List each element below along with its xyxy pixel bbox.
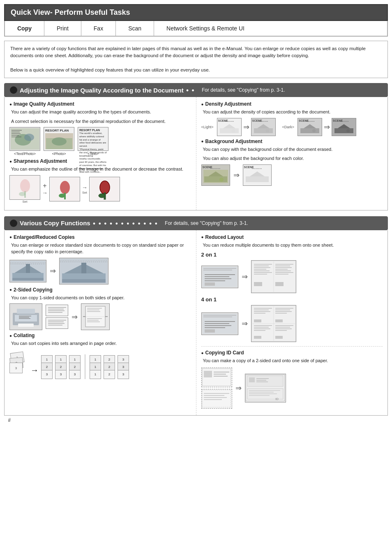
collating-section: Collating You can sort copies into sets …: [9, 333, 191, 379]
svg-rect-116: [205, 323, 229, 324]
section1-title: Adjusting the Image Quality According to…: [20, 87, 184, 94]
collating-diagram: 1 2 3 → 1 2 3: [9, 350, 191, 379]
page-number: ii: [4, 416, 388, 425]
svg-rect-141: [275, 330, 287, 331]
collating-text: You can sort copies into sets arranged i…: [11, 340, 191, 347]
svg-rect-138: [275, 325, 293, 326]
svg-text:ID: ID: [275, 397, 279, 401]
svg-rect-136: [254, 330, 265, 331]
svg-rect-155: [249, 377, 255, 382]
svg-rect-148: [202, 390, 231, 407]
svg-rect-156: [256, 378, 269, 379]
nav-tabs: Copy Print Fax Scan Network Settings & R…: [4, 21, 388, 37]
tab-copy[interactable]: Copy: [5, 21, 44, 36]
svg-rect-137: [254, 336, 261, 339]
text-col: RESORT PLAN The world's smallest, where …: [78, 127, 108, 156]
svg-rect-67: [19, 318, 30, 319]
page-header: Quick View- Perform Useful Tasks: [4, 4, 388, 21]
svg-point-16: [60, 181, 70, 194]
enlarged-section: Enlarged/Reduced Copies You can enlarge …: [9, 234, 191, 284]
svg-point-20: [100, 181, 110, 194]
enlarged-title: Enlarged/Reduced Copies: [9, 234, 191, 240]
section1-header: Adjusting the Image Quality According to…: [4, 83, 388, 97]
tab-print[interactable]: Print: [44, 21, 81, 36]
svg-rect-115: [205, 321, 235, 322]
tulip-sharp: [89, 177, 120, 201]
four-on-one-label: 4 on 1: [201, 296, 383, 303]
id-card-back: [201, 389, 232, 409]
photo-svg: [45, 133, 73, 149]
svg-rect-32: [300, 128, 319, 133]
svg-rect-150: [204, 395, 224, 396]
background-images: SCENE •••••••• ⇒ SCENE ••••••••: [201, 164, 383, 186]
svg-rect-79: [87, 310, 99, 310]
photo-col: RESORT PLAN <Photo>: [44, 127, 74, 156]
svg-rect-110: [275, 274, 288, 275]
tab-fax[interactable]: Fax: [81, 21, 116, 36]
intro-text1: There are a variety of copy functions th…: [10, 45, 382, 60]
set-label-1: Set: [22, 200, 27, 204]
svg-marker-25: [223, 124, 235, 128]
svg-rect-151: [204, 397, 227, 398]
svg-rect-40: [204, 176, 227, 182]
svg-point-38: [346, 129, 350, 132]
svg-point-14: [19, 192, 25, 196]
svg-rect-108: [275, 271, 291, 271]
svg-rect-133: [254, 325, 272, 326]
svg-rect-74: [48, 323, 65, 324]
background-text1: You can copy with the background color o…: [203, 146, 383, 153]
two-on-one-images: ⇒: [201, 260, 383, 293]
twosided-images: ⇒: [9, 303, 191, 330]
svg-rect-99: [254, 269, 266, 270]
svg-rect-36: [334, 128, 353, 133]
tab-scan[interactable]: Scan: [116, 21, 154, 36]
svg-rect-7: [12, 136, 21, 137]
two-on-one-label: 2 on 1: [201, 252, 383, 258]
svg-rect-71: [48, 312, 62, 313]
svg-rect-65: [19, 316, 31, 317]
svg-rect-63: [17, 309, 35, 314]
svg-point-34: [312, 129, 316, 132]
svg-rect-119: [205, 329, 215, 333]
reduced-layout-text: You can reduce multiple documents to cop…: [203, 242, 383, 249]
twosided-section: 2-Sided Copying You can copy 1-sided doc…: [9, 287, 191, 331]
id-card-front: [201, 368, 232, 387]
svg-rect-142: [275, 336, 283, 339]
image-quality-section: Image Quality Adjustment You can adjust …: [9, 101, 191, 156]
svg-rect-91: [205, 278, 231, 279]
svg-rect-131: [275, 313, 287, 314]
svg-marker-37: [338, 124, 350, 128]
svg-rect-106: [275, 267, 292, 268]
bg-after: SCENE ••••••••: [243, 164, 272, 186]
svg-rect-80: [87, 311, 100, 312]
twosided-device: [9, 303, 42, 330]
scene-light2: SCENE ••••••••: [251, 118, 276, 136]
photo-label: <Photo>: [52, 152, 66, 156]
svg-rect-64: [18, 324, 34, 327]
svg-point-22: [99, 194, 105, 198]
svg-rect-97: [254, 266, 269, 266]
twosided-output: [81, 303, 110, 330]
svg-rect-3: [12, 130, 22, 131]
svg-rect-6: [12, 135, 19, 136]
svg-rect-4: [12, 132, 20, 132]
section1-detail: For details, see "Copying" from p. 3-1.: [202, 87, 285, 93]
text-label: <Text>: [88, 152, 99, 156]
svg-rect-28: [254, 128, 273, 133]
four-on-one-output: [251, 305, 296, 342]
bg-before: SCENE ••••••••: [201, 164, 230, 186]
image-quality-title: Image Quality Adjustment: [9, 101, 191, 107]
text-photo-img: [9, 127, 40, 151]
svg-point-18: [59, 194, 65, 198]
section2-title: Various Copy Functions: [20, 220, 90, 227]
bridge-small-img: [9, 260, 46, 282]
section1-content: Image Quality Adjustment You can adjust …: [4, 97, 388, 210]
tab-network[interactable]: Network Settings & Remote UI: [154, 21, 387, 36]
svg-rect-152: [204, 399, 222, 400]
svg-rect-123: [254, 308, 272, 309]
section2-content: Enlarged/Reduced Copies You can enlarge …: [4, 230, 388, 416]
svg-rect-127: [254, 319, 261, 322]
svg-rect-44: [246, 176, 269, 182]
id-card-section: Copying ID Card You can make a copy of a…: [201, 346, 383, 409]
svg-marker-33: [304, 124, 316, 128]
